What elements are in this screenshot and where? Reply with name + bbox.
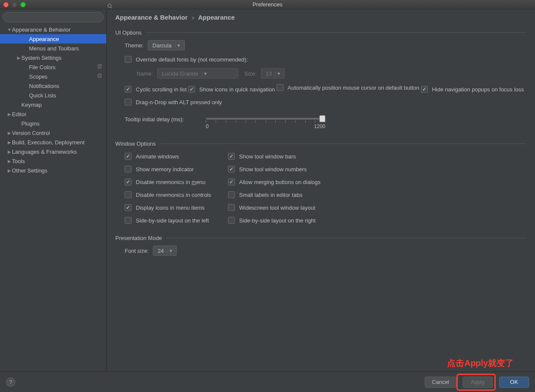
ok-button[interactable]: OK: [499, 377, 529, 388]
apply-highlight: Apply: [456, 374, 496, 391]
checkbox-window-left-4[interactable]: Display icons in menu items: [125, 204, 223, 211]
checkbox-label: Side-by-side layout on the right: [239, 217, 316, 224]
section-divider: [160, 143, 526, 144]
svg-point-0: [108, 4, 111, 8]
checkbox-window-left-0[interactable]: Animate windows: [125, 153, 223, 160]
sidebar-item-notifications[interactable]: Notifications: [0, 81, 106, 91]
sidebar-item-system-settings[interactable]: System Settings: [0, 53, 106, 62]
cancel-button[interactable]: Cancel: [425, 377, 456, 388]
slider-max: 1200: [314, 123, 325, 129]
sidebar-item-keymap[interactable]: Keymap: [0, 100, 106, 109]
sidebar-item-label: Notifications: [29, 83, 59, 89]
checkbox-box: [228, 191, 235, 198]
checkbox-window-right-3[interactable]: Small labels in editor tabs: [228, 191, 326, 198]
sidebar-item-plugins[interactable]: Plugins: [0, 119, 106, 128]
sidebar-item-appearance-behavior[interactable]: Appearance & Behavior: [0, 25, 106, 34]
checkbox-label: Allow merging buttons on dialogs: [239, 179, 321, 185]
checkbox-box: [125, 86, 132, 93]
window-title: Preferences: [0, 1, 535, 8]
section-title: UI Options: [115, 29, 141, 36]
sidebar-item-label: Editor: [12, 111, 26, 117]
checkbox-window-left-3[interactable]: Disable mnemonics in controls: [125, 191, 223, 198]
font-name-label: Name:: [137, 70, 153, 77]
sidebar-item-editor[interactable]: Editor: [0, 109, 106, 119]
sidebar-item-version-control[interactable]: Version Control: [0, 128, 106, 137]
sidebar-item-label: System Settings: [21, 55, 61, 61]
section-title: Presentation Mode: [115, 235, 162, 241]
chevron-down-icon: ▼: [175, 43, 182, 48]
chevron-down-icon: ▼: [275, 71, 282, 76]
checkbox-auto-cursor[interactable]: Automatically position mouse cursor on d…: [277, 83, 420, 92]
sidebar-item-quick-lists[interactable]: Quick Lists: [0, 91, 106, 100]
sidebar-item-label: Menus and Toolbars: [29, 45, 79, 52]
search-wrap: [0, 9, 106, 25]
checkbox-box: [125, 178, 132, 185]
settings-tree: Appearance & BehaviorAppearanceMenus and…: [0, 25, 106, 372]
theme-select[interactable]: Darcula ▼: [148, 40, 185, 50]
checkbox-window-left-1[interactable]: Show memory indicator: [125, 166, 223, 173]
checkbox-window-right-5[interactable]: Side-by-side layout on the right: [228, 217, 326, 224]
sidebar-item-file-colors[interactable]: File Colors: [0, 62, 106, 72]
checkbox-box: [228, 217, 235, 224]
annotation-text: 点击Apply就变了: [447, 357, 514, 369]
tooltip-delay-slider[interactable]: 0 1200: [206, 116, 325, 129]
font-name-select: Lucida Grande ▼: [157, 68, 238, 79]
breadcrumb-parent: Appearance & Behavior: [115, 14, 187, 21]
checkbox-box: [125, 56, 132, 63]
section-window-options: Window Options: [115, 140, 526, 147]
checkbox-quick-nav-icons[interactable]: Show icons in quick navigation: [188, 85, 275, 94]
checkbox-window-left-2[interactable]: Disable mnemonics in menu: [125, 178, 223, 185]
sidebar-item-other-settings[interactable]: Other Settings: [0, 166, 106, 175]
checkbox-box: [125, 191, 132, 198]
sidebar-item-menus-and-toolbars[interactable]: Menus and Toolbars: [0, 44, 106, 53]
presentation-font-size-value: 24: [158, 248, 164, 254]
sidebar-item-scopes[interactable]: Scopes: [0, 72, 106, 81]
checkbox-hide-nav-popups[interactable]: Hide navigation popups on focus loss: [421, 85, 524, 94]
checkbox-box: [421, 86, 428, 93]
checkbox-box: [125, 99, 132, 105]
checkbox-window-right-1[interactable]: Show tool window numbers: [228, 166, 326, 173]
checkbox-box: [125, 166, 132, 173]
checkbox-dnd-alt[interactable]: Drag-n-Drop with ALT pressed only: [125, 97, 222, 107]
checkbox-cyclic-scrolling[interactable]: Cyclic scrolling in list: [125, 85, 187, 94]
tree-arrow-icon: [7, 168, 12, 173]
checkbox-box: [228, 153, 235, 160]
checkbox-override-fonts[interactable]: Override default fonts by (not recommend…: [125, 55, 248, 64]
theme-value: Darcula: [152, 42, 172, 49]
checkbox-label: Disable mnemonics in menu: [136, 179, 205, 185]
help-button[interactable]: ?: [6, 377, 15, 387]
section-ui-options: UI Options: [115, 29, 526, 36]
checkbox-window-right-0[interactable]: Show tool window bars: [228, 153, 326, 160]
sidebar-item-tools[interactable]: Tools: [0, 156, 106, 166]
main-layout: Appearance & BehaviorAppearanceMenus and…: [0, 9, 535, 372]
apply-button[interactable]: Apply: [463, 377, 493, 388]
presentation-font-size-select[interactable]: 24 ▼: [153, 246, 177, 256]
slider-thumb[interactable]: [319, 115, 325, 122]
checkbox-box: [188, 86, 195, 93]
breadcrumb: Appearance & Behavior › Appearance: [115, 14, 526, 21]
sidebar-item-appearance[interactable]: Appearance: [0, 34, 106, 44]
sidebar-item-languages-frameworks[interactable]: Languages & Frameworks: [0, 147, 106, 156]
search-input[interactable]: [3, 12, 104, 22]
checkbox-window-right-2[interactable]: Allow merging buttons on dialogs: [228, 178, 326, 185]
sidebar-item-label: Tools: [12, 158, 25, 164]
checkbox-box: [125, 153, 132, 160]
checkbox-box: [277, 84, 284, 91]
font-size-label: Size:: [244, 70, 257, 77]
checkbox-box: [228, 204, 235, 211]
chevron-down-icon: ▼: [202, 71, 209, 76]
sidebar: Appearance & BehaviorAppearanceMenus and…: [0, 9, 107, 372]
sidebar-item-label: Appearance & Behavior: [12, 26, 70, 33]
checkbox-label: Show tool window bars: [239, 153, 296, 160]
sidebar-item-build-execution-deployment[interactable]: Build, Execution, Deployment: [0, 137, 106, 147]
tooltip-delay-label: Tooltip initial delay (ms):: [125, 116, 193, 123]
font-name-value: Lucida Grande: [162, 70, 198, 77]
section-divider: [146, 32, 526, 33]
checkbox-window-left-5[interactable]: Side-by-side layout on the left: [125, 217, 223, 224]
content-pane: Appearance & Behavior › Appearance UI Op…: [107, 9, 535, 372]
checkbox-window-right-4[interactable]: Widescreen tool window layout: [228, 204, 326, 211]
tree-arrow-icon: [7, 149, 12, 154]
svg-line-1: [111, 7, 112, 8]
theme-label: Theme:: [125, 42, 143, 49]
sidebar-item-label: Appearance: [29, 36, 59, 42]
